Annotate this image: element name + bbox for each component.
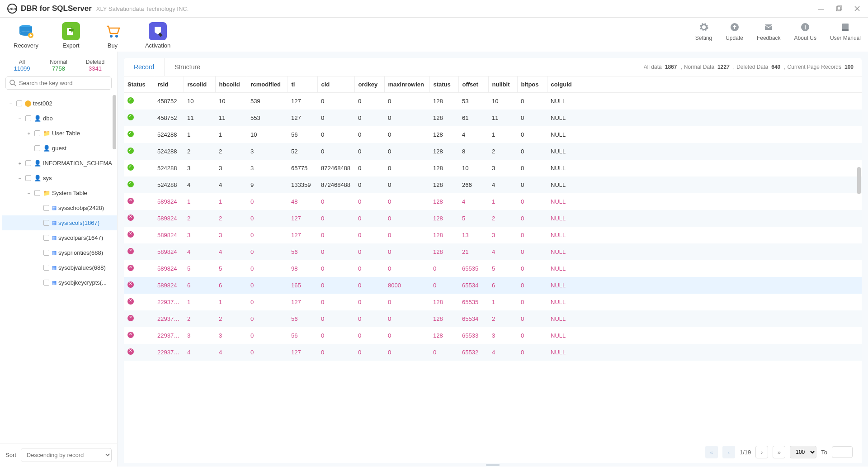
- tree-node-schema[interactable]: −👤 dbo: [2, 111, 117, 126]
- tree-node-table[interactable]: ▦sysrscols(1867): [2, 215, 117, 230]
- column-header[interactable]: rsid: [154, 76, 184, 93]
- count-deleted[interactable]: Deleted 3341: [77, 59, 113, 72]
- last-page-button[interactable]: »: [773, 446, 785, 458]
- database-icon: [25, 100, 31, 107]
- table-row[interactable]: 5242884491333598724684880012826640NULL: [124, 176, 862, 193]
- column-header[interactable]: rscolid: [184, 76, 215, 93]
- feedback-button[interactable]: Feedback: [757, 22, 781, 41]
- data-cell: NULL: [547, 327, 862, 344]
- tree-node-schema[interactable]: +👤 INFORMATION_SCHEMA: [2, 156, 117, 171]
- scrollbar[interactable]: [113, 95, 116, 149]
- column-header[interactable]: nullbit: [488, 76, 517, 93]
- data-cell: 0: [317, 260, 354, 277]
- delete-icon: [127, 281, 134, 288]
- column-header[interactable]: rcmodified: [247, 76, 288, 93]
- search-input[interactable]: [19, 80, 108, 86]
- column-header[interactable]: Status: [124, 76, 154, 93]
- tree-node-folder[interactable]: +📁 User Table: [2, 126, 117, 141]
- column-header[interactable]: colguid: [547, 76, 862, 93]
- data-cell: 0: [517, 93, 547, 110]
- data-cell: 5: [458, 210, 488, 227]
- about-button[interactable]: i About Us: [794, 22, 816, 41]
- count-all[interactable]: All 11099: [4, 59, 40, 72]
- recovery-button[interactable]: Recovery: [14, 22, 38, 49]
- data-cell: NULL: [547, 210, 862, 227]
- close-button[interactable]: [854, 5, 861, 12]
- update-button[interactable]: Update: [726, 22, 743, 41]
- tree-node-table[interactable]: ▦sysobjkeycrypts(...: [2, 275, 117, 290]
- column-header[interactable]: maxinrowlen: [384, 76, 429, 93]
- pager: « ‹ 1/19 › » 100 To: [124, 441, 862, 463]
- table-icon: ▦: [52, 235, 57, 241]
- page-size-select[interactable]: 100: [790, 446, 816, 458]
- status-cell: [124, 227, 154, 243]
- tree-node-schema[interactable]: −👤 sys: [2, 171, 117, 186]
- delete-icon: [127, 348, 134, 355]
- data-cell: 0: [384, 294, 429, 310]
- minimize-button[interactable]: —: [817, 5, 825, 12]
- data-cell: 10: [458, 160, 488, 176]
- column-header[interactable]: ti: [288, 76, 317, 93]
- table-row[interactable]: 589824220127000128520NULL: [124, 210, 862, 227]
- tab-record[interactable]: Record: [124, 58, 164, 76]
- table-row[interactable]: 58982466016500800006553460NULL: [124, 277, 862, 294]
- table-row[interactable]: 52428833365775872468488001281030NULL: [124, 160, 862, 176]
- tree-node-schema[interactable]: 👤 guest: [2, 141, 117, 156]
- table-row[interactable]: 5898243301270001281330NULL: [124, 227, 862, 243]
- goto-page-input[interactable]: [832, 446, 853, 458]
- activation-icon: [149, 22, 167, 40]
- column-header[interactable]: cid: [317, 76, 354, 93]
- table-row[interactable]: 58982411048000128410NULL: [124, 193, 862, 210]
- data-cell: 524288: [154, 126, 184, 143]
- data-cell: 0: [354, 310, 384, 327]
- search-input-wrap[interactable]: [5, 76, 112, 90]
- column-header[interactable]: ordkey: [354, 76, 384, 93]
- tree-node-folder[interactable]: −📁 System Table: [2, 186, 117, 200]
- column-header[interactable]: offset: [458, 76, 488, 93]
- to-label: To: [821, 449, 827, 456]
- setting-button[interactable]: Setting: [695, 22, 712, 41]
- table-row[interactable]: 22937601101270001286553510NULL: [124, 294, 862, 310]
- table-row[interactable]: 5898245509800006553550NULL: [124, 260, 862, 277]
- column-header[interactable]: hbcolid: [215, 76, 247, 93]
- table-row[interactable]: 589824440560001282140NULL: [124, 243, 862, 260]
- buy-button[interactable]: Buy: [104, 22, 122, 49]
- tree-node-table[interactable]: ▦syscolpars(1647): [2, 230, 117, 245]
- table-row[interactable]: 524288111056000128410NULL: [124, 126, 862, 143]
- table-row[interactable]: 458752111155312700012861110NULL: [124, 110, 862, 126]
- manual-button[interactable]: User Manual: [830, 22, 861, 41]
- table-row[interactable]: 2293760330560001286553330NULL: [124, 327, 862, 344]
- maximize-button[interactable]: [835, 5, 843, 12]
- column-header[interactable]: status: [429, 76, 458, 93]
- pane-resizer[interactable]: [124, 463, 862, 467]
- table-row[interactable]: 2293760220560001286553420NULL: [124, 310, 862, 327]
- status-cell: [124, 143, 154, 160]
- export-button[interactable]: Export: [62, 22, 80, 49]
- sort-select[interactable]: Descending by record: [21, 448, 112, 462]
- data-cell: 0: [517, 344, 547, 361]
- first-page-button[interactable]: «: [705, 446, 718, 458]
- table-row[interactable]: 458752101053912700012853100NULL: [124, 93, 862, 110]
- count-normal[interactable]: Normal 7758: [40, 59, 77, 72]
- data-cell: 3: [247, 160, 288, 176]
- tree-node-table[interactable]: ▦sysobjvalues(688): [2, 260, 117, 275]
- table-row[interactable]: 229376044012700006553240NULL: [124, 344, 862, 361]
- column-header[interactable]: bitpos: [517, 76, 547, 93]
- data-cell: 65533: [458, 327, 488, 344]
- table-row[interactable]: 52428822352000128820NULL: [124, 143, 862, 160]
- tree-node-table[interactable]: ▦sysschobjs(2428): [2, 200, 117, 215]
- prev-page-button[interactable]: ‹: [722, 446, 735, 458]
- data-cell: 3: [215, 160, 247, 176]
- data-cell: 8000: [384, 277, 429, 294]
- data-cell: 9: [247, 176, 288, 193]
- data-cell: NULL: [547, 176, 862, 193]
- activation-button[interactable]: Activation: [145, 22, 170, 49]
- scrollbar[interactable]: [857, 167, 861, 194]
- tree-node-db[interactable]: − test002: [2, 96, 117, 111]
- main-toolbar: Recovery Export Buy Activation Setting: [0, 18, 868, 52]
- user-icon: 👤: [34, 175, 41, 181]
- tab-structure[interactable]: Structure: [164, 58, 210, 76]
- next-page-button[interactable]: ›: [755, 446, 768, 458]
- data-cell: 524288: [154, 176, 184, 193]
- tree-node-table[interactable]: ▦syspriorities(688): [2, 245, 117, 260]
